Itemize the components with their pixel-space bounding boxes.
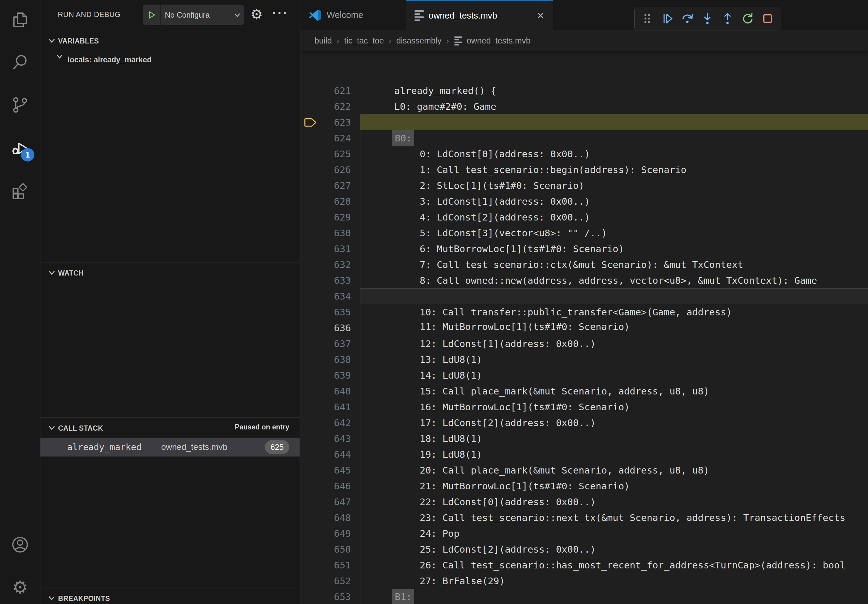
- code-line[interactable]: 648 23: Call test_scenario::next_tx(&mut…: [300, 478, 868, 494]
- editor-gutter[interactable]: 631: [300, 209, 353, 225]
- code-line[interactable]: 627 2: StLoc[1](ts#1#0: Scenario): [300, 146, 868, 162]
- run-and-debug-icon[interactable]: 1: [10, 138, 30, 158]
- breadcrumb-item[interactable]: tic_tac_toe: [344, 36, 384, 46]
- watch-section-header[interactable]: WATCH: [40, 265, 299, 281]
- explorer-icon[interactable]: [10, 10, 30, 30]
- code-line[interactable]: 638 13: LdU8(1): [300, 320, 868, 336]
- editor-gutter[interactable]: 653: [300, 557, 353, 573]
- code-line[interactable]: 625 0: LdConst[0](address: 0x00..): [300, 115, 868, 130]
- line-content[interactable]: 23: Call test_scenario::next_tx(&mut Sce…: [360, 478, 868, 494]
- breadcrumb-item[interactable]: owned_tests.mvb: [467, 36, 530, 46]
- line-content[interactable]: 1: Call test_scenario::begin(address): S…: [360, 130, 868, 146]
- restart-icon[interactable]: [739, 10, 756, 27]
- line-content[interactable]: 0: LdConst[0](address: 0x00..): [360, 115, 868, 130]
- line-content[interactable]: 17: LdConst[2](address: 0x00..): [360, 383, 868, 399]
- code-line[interactable]: 643 18: LdU8(1): [300, 399, 868, 415]
- line-content[interactable]: 14: LdU8(1): [360, 336, 868, 352]
- editor-gutter[interactable]: 645: [300, 431, 353, 446]
- code-line[interactable]: 629 4: LdConst[2](address: 0x00..): [300, 178, 868, 194]
- debug-settings-gear-icon[interactable]: ⚙: [250, 7, 263, 21]
- step-into-icon[interactable]: [699, 10, 716, 27]
- code-editor[interactable]: 621 already_marked() { 622 L0: game#2#0:…: [300, 51, 868, 604]
- editor-gutter[interactable]: 639: [300, 336, 353, 352]
- line-content[interactable]: 2: StLoc[1](ts#1#0: Scenario): [360, 146, 868, 162]
- more-actions-icon[interactable]: ···: [272, 5, 288, 21]
- code-line[interactable]: 637 12: LdConst[1](address: 0x00..): [300, 304, 868, 320]
- code-line[interactable]: 622 L0: game#2#0: Game: [300, 67, 868, 83]
- stop-icon[interactable]: [760, 10, 776, 27]
- line-content[interactable]: 8: Call owned::new(address, address, vec…: [360, 241, 868, 257]
- code-line[interactable]: 642 17: LdConst[2](address: 0x00..): [300, 383, 868, 399]
- toolbar-drag-grip[interactable]: [639, 10, 656, 27]
- code-line[interactable]: 655 B2:: [300, 589, 868, 604]
- editor-gutter[interactable]: 647: [300, 462, 353, 478]
- line-content[interactable]: 25: LdConst[2](address: 0x00..): [360, 510, 868, 525]
- code-line[interactable]: 650 25: LdConst[2](address: 0x00..): [300, 510, 868, 525]
- call-stack-frame-row[interactable]: already_marked owned_tests.mvb 625: [40, 438, 299, 457]
- code-line[interactable]: 651 26: Call test_scenario::has_most_rec…: [300, 525, 868, 541]
- line-content[interactable]: 21: MutBorrowLoc[1](ts#1#0: Scenario): [360, 446, 868, 462]
- line-content[interactable]: L0: game#2#0: Game: [360, 67, 868, 83]
- code-line[interactable]: 639 14: LdU8(1): [300, 336, 868, 352]
- code-line[interactable]: 628 3: LdConst[1](address: 0x00..): [300, 162, 868, 178]
- line-content[interactable]: 26: Call test_scenario::has_most_recent_…: [360, 525, 868, 541]
- code-line[interactable]: 630 5: LdConst[3](vector<u8>: "" /..): [300, 194, 868, 209]
- line-content[interactable]: already_marked() {: [360, 51, 868, 67]
- editor-gutter[interactable]: 641: [300, 367, 353, 383]
- code-line[interactable]: 631 6: MutBorrowLoc[1](ts#1#0: Scenario): [300, 209, 868, 225]
- code-line[interactable]: 644 19: LdU8(1): [300, 415, 868, 431]
- line-content[interactable]: 4: LdConst[2](address: 0x00..): [360, 178, 868, 194]
- line-content[interactable]: 24: Pop: [360, 494, 868, 510]
- editor-gutter[interactable]: 623: [300, 83, 353, 99]
- breadcrumb-item[interactable]: disassembly: [396, 36, 442, 46]
- code-line[interactable]: 626 1: Call test_scenario::begin(address…: [300, 130, 868, 146]
- editor-gutter[interactable]: 625: [300, 115, 353, 130]
- step-over-icon[interactable]: [679, 10, 696, 27]
- line-content[interactable]: 28: Branch(31): [360, 573, 868, 589]
- editor-gutter[interactable]: 651: [300, 525, 353, 541]
- line-content[interactable]: 22: LdConst[0](address: 0x00..): [360, 462, 868, 478]
- code-line[interactable]: 624 B0:: [300, 99, 868, 115]
- code-line[interactable]: 652 27: BrFalse(29): [300, 541, 868, 557]
- code-line[interactable]: 635 10: Call transfer::public_transfer<G…: [300, 273, 868, 288]
- search-icon[interactable]: [10, 52, 30, 73]
- line-content[interactable]: 13: LdU8(1): [360, 320, 868, 336]
- breakpoints-section-header[interactable]: BREAKPOINTS: [40, 590, 299, 604]
- editor-gutter[interactable]: 635: [300, 273, 353, 288]
- line-content[interactable]: 10: Call transfer::public_transfer<Game>…: [360, 273, 868, 288]
- line-content[interactable]: L1: ts#1#0: Scenario: [360, 83, 868, 99]
- editor-gutter[interactable]: 643: [300, 399, 353, 415]
- code-line[interactable]: 654 28: Branch(31): [300, 573, 868, 589]
- tab-owned-tests[interactable]: owned_tests.mvb ✕: [406, 0, 553, 30]
- code-line[interactable]: 640 15: Call place_mark(&mut Scenario, a…: [300, 352, 868, 367]
- step-out-icon[interactable]: [719, 10, 736, 27]
- line-content[interactable]: B2:: [360, 589, 868, 604]
- call-stack-section-header[interactable]: CALL STACK Paused on entry: [40, 420, 299, 437]
- code-line[interactable]: 623 L1: ts#1#0: Scenario: [300, 83, 868, 99]
- editor-gutter[interactable]: 649: [300, 494, 353, 510]
- line-content[interactable]: 11: MutBorrowLoc[1](ts#1#0: Scenario): [360, 288, 868, 304]
- line-content[interactable]: 7: Call test_scenario::ctx(&mut Scenario…: [360, 225, 868, 241]
- code-line[interactable]: 653 B1:: [300, 557, 868, 573]
- editor-gutter[interactable]: 655: [300, 589, 353, 604]
- line-content[interactable]: 27: BrFalse(29): [360, 541, 868, 557]
- variables-section-header[interactable]: VARIABLES: [40, 33, 299, 49]
- close-tab-icon[interactable]: ✕: [537, 10, 544, 21]
- line-content[interactable]: 6: MutBorrowLoc[1](ts#1#0: Scenario): [360, 209, 868, 225]
- line-content[interactable]: 3: LdConst[1](address: 0x00..): [360, 162, 868, 178]
- editor-gutter[interactable]: 632: [300, 225, 353, 241]
- editor-gutter[interactable]: 629: [300, 178, 353, 194]
- code-line[interactable]: 649 24: Pop: [300, 494, 868, 510]
- editor-gutter[interactable]: 630: [300, 194, 353, 209]
- line-content[interactable]: 9: LdConst[0](address: 0x00..): [360, 257, 868, 273]
- line-content[interactable]: 18: LdU8(1): [360, 399, 868, 415]
- editor-gutter[interactable]: 640: [300, 352, 353, 367]
- editor-gutter[interactable]: 648: [300, 478, 353, 494]
- line-content[interactable]: 20: Call place_mark(&mut Scenario, addre…: [360, 431, 868, 446]
- settings-gear-icon[interactable]: ⚙: [10, 577, 30, 597]
- code-line[interactable]: 645 20: Call place_mark(&mut Scenario, a…: [300, 431, 868, 446]
- line-content[interactable]: 5: LdConst[3](vector<u8>: "" /..): [360, 194, 868, 209]
- code-line[interactable]: 621 already_marked() {: [300, 51, 868, 67]
- editor-gutter[interactable]: 650: [300, 510, 353, 525]
- continue-icon[interactable]: [659, 10, 676, 27]
